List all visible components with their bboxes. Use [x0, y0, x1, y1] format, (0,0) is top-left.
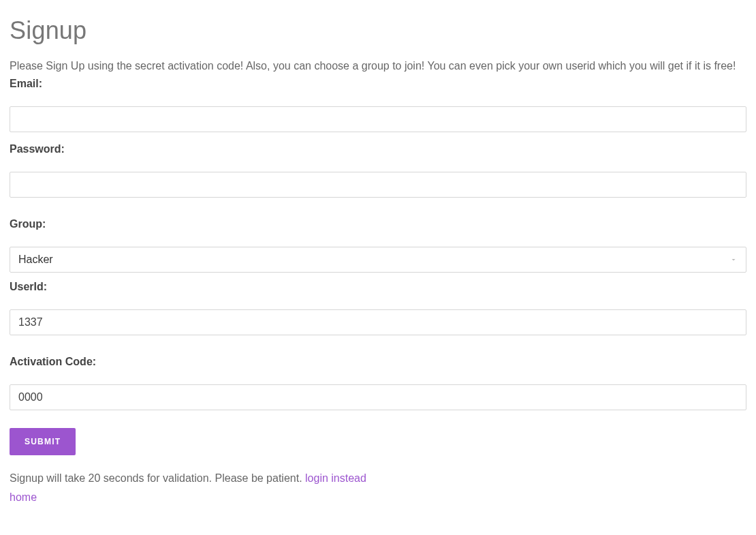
validation-notice: Signup will take 20 seconds for validati… — [10, 472, 305, 484]
userid-field[interactable] — [10, 309, 746, 335]
group-select[interactable]: Hacker — [10, 247, 746, 273]
instructions-text: Please Sign Up using the secret activati… — [10, 59, 746, 74]
page-title: Signup — [10, 16, 746, 45]
chevron-down-icon — [729, 256, 738, 264]
password-field[interactable] — [10, 172, 746, 198]
email-field[interactable] — [10, 106, 746, 132]
group-selected-value: Hacker — [18, 254, 53, 266]
email-label: Email: — [10, 78, 746, 90]
home-link[interactable]: home — [10, 491, 37, 503]
password-label: Password: — [10, 143, 746, 155]
submit-button[interactable]: SUBMIT — [10, 428, 76, 455]
activation-code-field[interactable] — [10, 384, 746, 410]
login-link[interactable]: login instead — [305, 472, 366, 484]
activation-code-label: Activation Code: — [10, 356, 746, 368]
group-label: Group: — [10, 218, 746, 230]
userid-label: UserId: — [10, 281, 746, 293]
